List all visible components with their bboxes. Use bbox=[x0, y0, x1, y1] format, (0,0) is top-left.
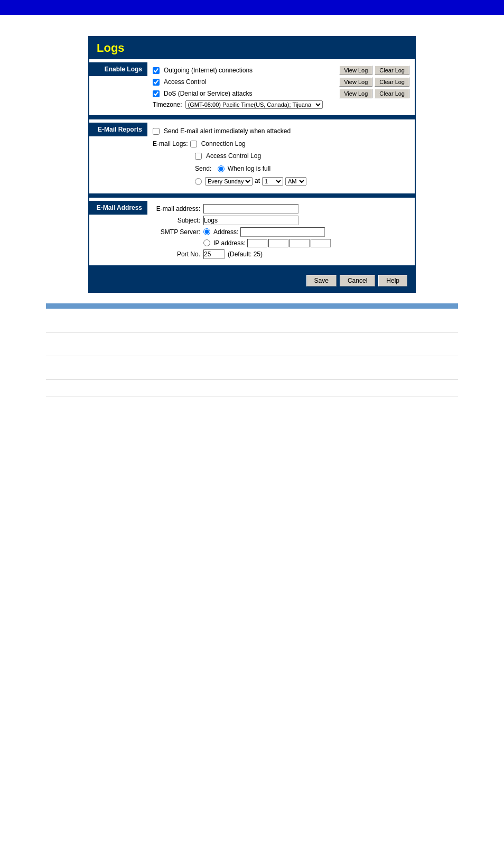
smtp-address-label: Address: bbox=[213, 228, 238, 236]
at-select[interactable]: 1 2 3 4 5 6 7 8 9 10 11 12 bbox=[262, 177, 283, 186]
checkbox-send-alert[interactable] bbox=[153, 128, 160, 135]
subject-row: Subject: bbox=[153, 216, 409, 225]
email-addr-field-label: E-mail address: bbox=[153, 205, 200, 212]
table-cell-label-4 bbox=[46, 379, 130, 396]
log-label-outgoing: Outgoing (Internet) connections bbox=[153, 67, 339, 74]
email-reports-label: E-Mail Reports bbox=[89, 123, 147, 136]
email-reports-section: E-Mail Reports Send E-mail alert immedia… bbox=[89, 119, 415, 193]
checkbox-connection-log[interactable] bbox=[190, 141, 197, 147]
view-log-outgoing[interactable]: View Log bbox=[339, 66, 372, 75]
smtp-address-row: Address: bbox=[203, 227, 331, 237]
save-button[interactable]: Save bbox=[306, 275, 337, 286]
smtp-ip-row: IP address: bbox=[203, 239, 331, 247]
smtp-options: Address: IP address: bbox=[203, 227, 331, 247]
radio-schedule[interactable] bbox=[195, 178, 202, 185]
divider-1 bbox=[89, 115, 415, 119]
port-default-text: (Default: 25) bbox=[228, 251, 263, 258]
checkbox-outgoing[interactable] bbox=[153, 67, 160, 74]
table-cell-label-1 bbox=[46, 309, 130, 332]
log-label-dos: DoS (Denial or Service) attacks bbox=[153, 90, 339, 97]
checkbox-dos[interactable] bbox=[153, 90, 160, 97]
radio-smtp-ip[interactable] bbox=[203, 239, 210, 246]
send-alert-row: Send E-mail alert immediately when attac… bbox=[153, 126, 409, 137]
send-alert-text: Send E-mail alert immediately when attac… bbox=[164, 126, 291, 137]
page-content: Logs Enable Logs Outgoing (Internet) con… bbox=[0, 15, 504, 418]
panel-title: Logs bbox=[97, 41, 407, 55]
log-label-access: Access Control bbox=[153, 78, 339, 86]
header-bar bbox=[0, 0, 504, 15]
log-text-dos: DoS (Denial or Service) attacks bbox=[164, 90, 252, 97]
ip-input-3[interactable] bbox=[290, 239, 310, 247]
smtp-row: SMTP Server: Address: IP address: bbox=[153, 227, 409, 247]
email-addr-row: E-mail address: bbox=[153, 204, 409, 214]
radio-smtp-address[interactable] bbox=[203, 228, 210, 235]
access-control-log-text: Access Control Log bbox=[206, 151, 261, 162]
email-reports-content: Send E-mail alert immediately when attac… bbox=[147, 123, 415, 190]
email-logs-label: E-mail Logs: bbox=[153, 138, 188, 150]
smtp-field-label: SMTP Server: bbox=[153, 227, 200, 236]
table-cell-label-2 bbox=[46, 332, 130, 356]
table-cell-desc-4 bbox=[130, 379, 458, 396]
enable-logs-label: Enable Logs bbox=[89, 62, 147, 76]
email-address-section: E-Mail Address E-mail address: Subject: … bbox=[89, 198, 415, 265]
ampm-select[interactable]: AM PM bbox=[285, 177, 306, 186]
panel-title-bar: Logs bbox=[89, 37, 415, 59]
timezone-select[interactable]: (GMT-08:00) Pacific Time(US, Canada); Ti… bbox=[185, 100, 323, 109]
log-row-access: Access Control View Log Clear Log bbox=[153, 77, 409, 87]
clear-log-outgoing[interactable]: Clear Log bbox=[375, 66, 409, 75]
radio-when-full[interactable] bbox=[218, 165, 225, 172]
log-row-outgoing: Outgoing (Internet) connections View Log… bbox=[153, 66, 409, 75]
port-field-label: Port No. bbox=[153, 251, 200, 258]
port-input[interactable] bbox=[203, 249, 225, 259]
timezone-label: Timezone: bbox=[153, 101, 182, 108]
ip-input-2[interactable] bbox=[268, 239, 288, 247]
help-button[interactable]: Help bbox=[378, 275, 407, 286]
clear-log-access[interactable]: Clear Log bbox=[375, 77, 409, 87]
email-address-label: E-Mail Address bbox=[89, 201, 147, 215]
email-addr-input[interactable] bbox=[203, 204, 298, 214]
email-logs-row: E-mail Logs: Connection Log bbox=[153, 138, 409, 150]
footer-buttons: Save Cancel Help bbox=[89, 270, 415, 292]
clear-log-dos[interactable]: Clear Log bbox=[375, 89, 409, 98]
ip-input-4[interactable] bbox=[311, 239, 331, 247]
divider-2 bbox=[89, 193, 415, 198]
subject-input[interactable] bbox=[203, 216, 298, 225]
checkbox-access-control-log[interactable] bbox=[195, 153, 202, 160]
logs-panel: Logs Enable Logs Outgoing (Internet) con… bbox=[88, 36, 416, 293]
when-full-text: When log is full bbox=[228, 163, 270, 175]
port-row: Port No. (Default: 25) bbox=[153, 249, 409, 259]
log-row-dos: DoS (Denial or Service) attacks View Log… bbox=[153, 89, 409, 98]
table-header bbox=[46, 303, 458, 309]
table-row-4 bbox=[46, 379, 458, 396]
smtp-ip-label: IP address: bbox=[213, 239, 245, 247]
view-log-dos[interactable]: View Log bbox=[339, 89, 372, 98]
table-cell-desc-1 bbox=[130, 309, 458, 332]
enable-logs-section: Enable Logs Outgoing (Internet) connecti… bbox=[89, 59, 415, 115]
info-table bbox=[46, 303, 458, 396]
connection-log-text: Connection Log bbox=[201, 138, 246, 150]
log-text-outgoing: Outgoing (Internet) connections bbox=[164, 67, 253, 74]
email-address-content: E-mail address: Subject: SMTP Server: Ad… bbox=[147, 201, 415, 262]
checkbox-access[interactable] bbox=[153, 79, 160, 86]
send-when-row: Send: When log is full bbox=[153, 163, 409, 175]
smtp-address-input[interactable] bbox=[240, 227, 325, 237]
divider-3 bbox=[89, 265, 415, 270]
schedule-row: Every Sunday Every Monday Every Tuesday … bbox=[153, 175, 409, 187]
access-control-log-row: Access Control Log bbox=[153, 151, 409, 162]
table-cell-label-3 bbox=[46, 356, 130, 379]
table-cell-desc-3 bbox=[130, 356, 458, 379]
at-label: at bbox=[255, 175, 260, 187]
subject-field-label: Subject: bbox=[153, 217, 200, 224]
log-text-access: Access Control bbox=[164, 78, 207, 86]
table-cell-desc-2 bbox=[130, 332, 458, 356]
log-buttons-outgoing: View Log Clear Log bbox=[339, 66, 409, 75]
view-log-access[interactable]: View Log bbox=[339, 77, 372, 87]
table-row-3 bbox=[46, 356, 458, 379]
ip-input-1[interactable] bbox=[247, 239, 267, 247]
cancel-button[interactable]: Cancel bbox=[340, 275, 375, 286]
table-header-row bbox=[46, 303, 458, 309]
panel-body: Enable Logs Outgoing (Internet) connecti… bbox=[89, 59, 415, 292]
log-buttons-dos: View Log Clear Log bbox=[339, 89, 409, 98]
log-buttons-access: View Log Clear Log bbox=[339, 77, 409, 87]
schedule-select[interactable]: Every Sunday Every Monday Every Tuesday … bbox=[205, 177, 253, 186]
